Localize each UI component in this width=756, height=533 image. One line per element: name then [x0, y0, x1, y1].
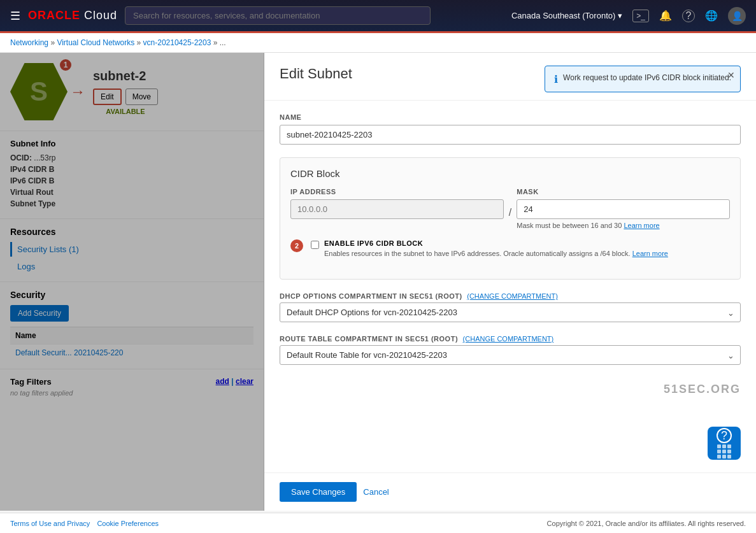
breadcrumb-vcn[interactable]: vcn-20210425-2203 — [143, 38, 211, 47]
route-label: ROUTE TABLE COMPARTMENT IN SEC51 (ROOT) … — [280, 335, 741, 343]
route-table-section: ROUTE TABLE COMPARTMENT IN SEC51 (ROOT) … — [280, 335, 741, 365]
ip-address-input[interactable] — [290, 199, 504, 219]
mask-learn-more-link[interactable]: Learn more — [624, 222, 659, 229]
ip-label: IP ADDRESS — [290, 188, 504, 195]
cancel-button[interactable]: Cancel — [363, 487, 389, 497]
breadcrumb-networking[interactable]: Networking — [10, 38, 48, 47]
ipv6-checkbox-section: 2 ENABLE IPV6 CIDR BLOCK Enables resourc… — [290, 239, 730, 259]
chevron-down-icon: ▾ — [618, 11, 622, 20]
hamburger-menu[interactable]: ☰ — [10, 9, 20, 23]
modal-footer: Save Changes Cancel — [264, 473, 756, 511]
shell-icon[interactable]: >_ — [632, 10, 649, 22]
dhcp-section: DHCP OPTIONS COMPARTMENT IN SEC51 (ROOT)… — [280, 292, 741, 322]
modal-title: Edit Subnet — [280, 66, 352, 82]
notification-text: Work request to update IPv6 CIDR block i… — [563, 73, 731, 83]
breadcrumb: Networking » Virtual Cloud Networks » vc… — [0, 33, 756, 53]
cidr-title: CIDR Block — [290, 168, 730, 179]
dhcp-label: DHCP OPTIONS COMPARTMENT IN SEC51 (ROOT)… — [280, 292, 741, 300]
footer-copyright: Copyright © 2021, Oracle and/or its affi… — [547, 520, 746, 527]
footer-left: Terms of Use and Privacy Cookie Preferen… — [10, 520, 164, 527]
mask-label: MASK — [517, 188, 730, 195]
main-content: S 1 → subnet-2 Edit Move AVAILABLE Subne… — [0, 53, 756, 511]
region-selector[interactable]: Canada Southeast (Toronto) ▾ — [511, 11, 622, 20]
help-dots — [717, 444, 731, 458]
ipv6-checkbox[interactable] — [311, 241, 319, 249]
mask-hint: Mask must be between 16 and 30 Learn mor… — [517, 222, 730, 229]
profile-icon[interactable]: 👤 — [728, 7, 746, 25]
route-table-select[interactable]: Default Route Table for vcn-20210425-220… — [280, 345, 741, 365]
ipv6-label: ENABLE IPV6 CIDR BLOCK Enables resources… — [324, 239, 668, 259]
save-changes-button[interactable]: Save Changes — [280, 482, 357, 502]
ip-address-field: IP ADDRESS — [290, 188, 504, 219]
globe-icon[interactable]: 🌐 — [705, 10, 718, 22]
cidr-block-section: CIDR Block IP ADDRESS / MASK Mask must b… — [280, 157, 741, 280]
breadcrumb-vcn-list[interactable]: Virtual Cloud Networks — [57, 38, 134, 47]
search-input[interactable] — [125, 6, 431, 25]
cidr-row: IP ADDRESS / MASK Mask must be between 1… — [290, 188, 730, 229]
ipv6-checkbox-row: 2 ENABLE IPV6 CIDR BLOCK Enables resourc… — [290, 239, 730, 259]
cidr-separator: / — [509, 188, 511, 218]
help-icon[interactable]: ? — [682, 10, 695, 22]
step-2-badge: 2 — [290, 239, 303, 252]
oracle-logo: ORACLE Cloud — [28, 9, 117, 22]
help-icon-container: ? — [708, 427, 741, 460]
top-navigation: ☰ ORACLE Cloud Canada Southeast (Toronto… — [0, 0, 756, 33]
name-label: NAME — [280, 113, 741, 121]
dhcp-options-select[interactable]: Default DHCP Options for vcn-20210425-22… — [280, 302, 741, 322]
route-select-wrapper: Default Route Table for vcn-20210425-220… — [280, 345, 741, 365]
watermark: 51SEC.ORG — [280, 378, 741, 401]
edit-subnet-modal: Edit Subnet ℹ Work request to update IPv… — [264, 53, 756, 511]
nav-right: Canada Southeast (Toronto) ▾ >_ 🔔 ? 🌐 👤 — [511, 7, 746, 25]
modal-header: Edit Subnet ℹ Work request to update IPv… — [264, 53, 756, 101]
help-widget-button[interactable]: ? — [708, 427, 741, 460]
page-footer: Terms of Use and Privacy Cookie Preferen… — [0, 513, 756, 533]
bell-icon[interactable]: 🔔 — [659, 10, 672, 22]
dhcp-select-wrapper: Default DHCP Options for vcn-20210425-22… — [280, 302, 741, 322]
dhcp-change-compartment-link[interactable]: (CHANGE COMPARTMENT) — [467, 292, 558, 300]
ipv6-learn-more-link[interactable]: Learn more — [632, 250, 668, 257]
notification-banner: ℹ Work request to update IPv6 CIDR block… — [545, 66, 741, 92]
mask-input[interactable] — [517, 199, 730, 219]
name-input[interactable] — [280, 125, 741, 145]
cookies-link[interactable]: Cookie Preferences — [97, 520, 159, 527]
info-icon: ℹ — [554, 73, 558, 85]
route-change-compartment-link[interactable]: (CHANGE COMPARTMENT) — [463, 335, 554, 343]
name-section: NAME — [280, 113, 741, 145]
close-notification-icon[interactable]: ✕ — [727, 70, 735, 80]
modal-body: NAME CIDR Block IP ADDRESS / MASK — [264, 101, 756, 473]
mask-field: MASK Mask must be between 16 and 30 Lear… — [517, 188, 730, 229]
terms-link[interactable]: Terms of Use and Privacy — [10, 520, 90, 527]
